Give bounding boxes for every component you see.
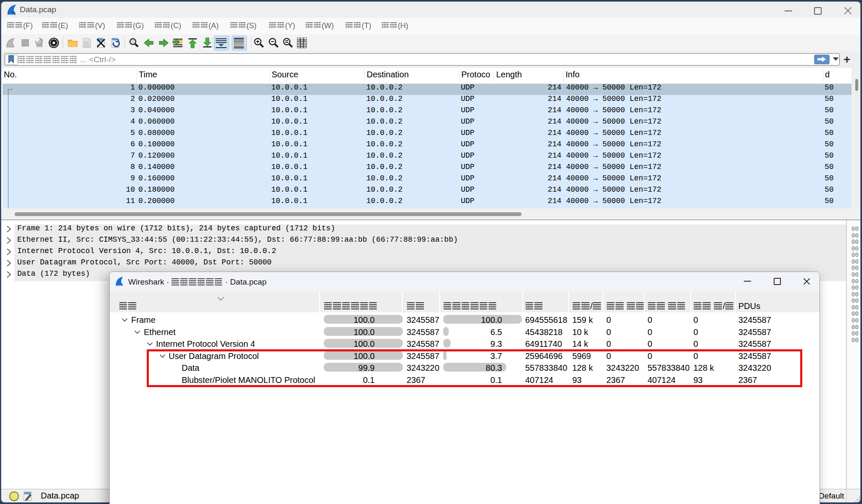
svg-text:0111: 0111 [84, 45, 89, 47]
